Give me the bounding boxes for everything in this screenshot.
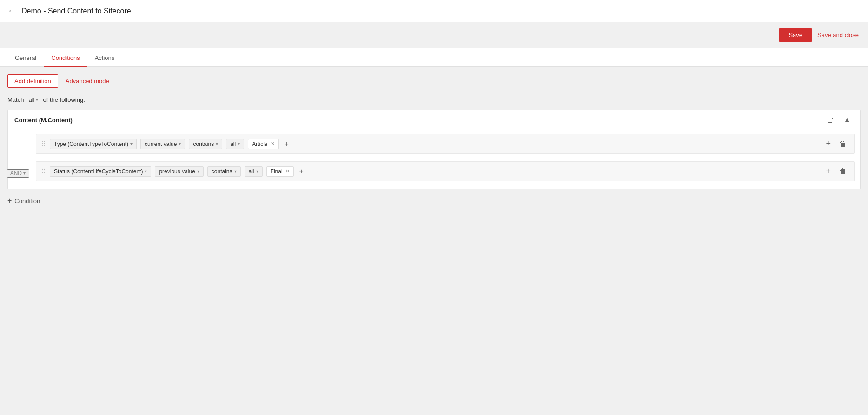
add-definition-button[interactable]: Add definition [7, 74, 58, 88]
delete-condition-button[interactable]: 🗑 [824, 115, 837, 125]
condition-block-title: Content (M.Content) [14, 117, 73, 124]
and-operator-dropdown[interactable]: AND ▾ [7, 169, 29, 178]
chevron-up-icon: ▲ [843, 116, 851, 124]
add-rule-after-1-button[interactable]: + [823, 138, 834, 150]
drag-handle-icon-2[interactable]: ⠿ [41, 168, 46, 175]
quantifier-chevron-icon-2: ▾ [256, 169, 258, 174]
rule-row-1: ⠿ Type (ContentTypeToContent) ▾ current … [36, 134, 855, 154]
value-type-dropdown-2[interactable]: previous value ▾ [155, 166, 203, 177]
and-chevron-icon: ▾ [23, 171, 26, 176]
operator-chevron-icon: ▾ [216, 141, 218, 146]
quantifier-chevron-icon: ▾ [238, 141, 240, 146]
condition-block: Content (M.Content) 🗑 ▲ ⠿ Type (ContentT… [7, 110, 861, 189]
match-of-label: of the following: [43, 96, 85, 103]
add-condition-plus-icon: + [7, 197, 12, 205]
value-type-chevron-icon-2: ▾ [197, 169, 199, 174]
field-dropdown-2[interactable]: Status (ContentLifeCycleToContent) ▾ [50, 166, 151, 177]
match-chevron-icon: ▾ [36, 97, 38, 102]
add-condition-label: Condition [14, 198, 40, 204]
add-value-button-1[interactable]: + [283, 140, 291, 148]
value-tag-final: Final ✕ [266, 166, 294, 177]
match-label: Match [7, 96, 24, 103]
trash-icon: 🗑 [827, 116, 834, 124]
value-type-dropdown-1[interactable]: current value ▾ [140, 139, 185, 149]
quantifier-dropdown-1[interactable]: all ▾ [226, 139, 244, 149]
add-value-button-2[interactable]: + [298, 167, 305, 176]
delete-rule-1-button[interactable]: 🗑 [836, 139, 849, 149]
trash-icon-rule1: 🗑 [839, 140, 847, 148]
rule-row-wrapper-1: ⠿ Type (ContentTypeToContent) ▾ current … [13, 134, 855, 158]
page-title: Demo - Send Content to Sitecore [21, 7, 131, 15]
add-condition-row[interactable]: + Condition [7, 197, 861, 205]
tab-actions[interactable]: Actions [87, 48, 122, 67]
top-action-bar: Save Save and close [0, 22, 868, 48]
value-type-chevron-icon: ▾ [179, 141, 181, 146]
and-label-container: AND ▾ [13, 169, 32, 178]
back-button[interactable]: ← [7, 6, 16, 16]
tab-conditions[interactable]: Conditions [44, 48, 87, 67]
main-content: Add definition Advanced mode Match all ▾… [0, 67, 868, 415]
save-close-button[interactable]: Save and close [815, 28, 861, 42]
save-button[interactable]: Save [779, 28, 812, 42]
delete-rule-2-button[interactable]: 🗑 [836, 166, 849, 177]
rule-row-2: ⠿ Status (ContentLifeCycleToContent) ▾ p… [36, 161, 855, 181]
operator-dropdown-1[interactable]: contains ▾ [189, 139, 222, 149]
tab-general[interactable]: General [7, 48, 44, 67]
rule-2-end-actions: + 🗑 [823, 165, 849, 177]
rule-row-wrapper-2: AND ▾ ⠿ Status (ContentLifeCycleToConten… [13, 161, 855, 185]
quantifier-dropdown-2[interactable]: all ▾ [245, 166, 263, 177]
trash-icon-rule2: 🗑 [839, 167, 847, 176]
drag-handle-icon[interactable]: ⠿ [41, 140, 46, 148]
advanced-mode-button[interactable]: Advanced mode [66, 75, 109, 87]
remove-value-article-button[interactable]: ✕ [271, 141, 275, 147]
condition-block-header: Content (M.Content) 🗑 ▲ [8, 110, 860, 130]
match-row: Match all ▾ of the following: [7, 95, 861, 104]
operator-chevron-icon-2: ▾ [234, 169, 237, 174]
remove-value-final-button[interactable]: ✕ [285, 168, 290, 174]
definition-bar: Add definition Advanced mode [7, 74, 861, 88]
rule-1-end-actions: + 🗑 [823, 138, 849, 150]
operator-dropdown-2[interactable]: contains ▾ [207, 166, 241, 177]
page-header: ← Demo - Send Content to Sitecore [0, 0, 868, 22]
collapse-condition-button[interactable]: ▲ [841, 115, 854, 125]
value-tag-article: Article ✕ [248, 139, 278, 149]
match-all-dropdown[interactable]: all ▾ [27, 95, 40, 104]
add-rule-after-2-button[interactable]: + [823, 165, 834, 177]
field-chevron-icon-2: ▾ [145, 169, 147, 174]
field-chevron-icon: ▾ [130, 141, 133, 146]
field-dropdown-1[interactable]: Type (ContentTypeToContent) ▾ [50, 139, 137, 149]
rules-container: ⠿ Type (ContentTypeToContent) ▾ current … [8, 130, 860, 189]
condition-header-actions: 🗑 ▲ [824, 115, 854, 125]
tab-bar: General Conditions Actions [0, 48, 868, 67]
